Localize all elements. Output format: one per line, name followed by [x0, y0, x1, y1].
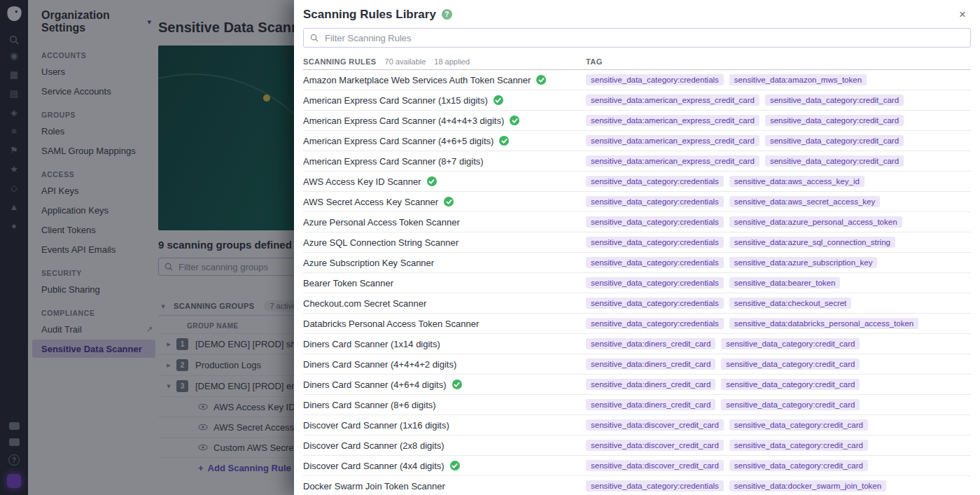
tag-pill[interactable]: sensitive_data_category:credentials: [586, 257, 724, 268]
tag-pill[interactable]: sensitive_data_category:credentials: [586, 216, 724, 228]
tag-pill[interactable]: sensitive_data_category:credentials: [586, 318, 724, 329]
rule-row[interactable]: Databricks Personal Access Token Scanner…: [303, 314, 971, 334]
rule-name: American Express Card Scanner (8+7 digit…: [303, 156, 484, 167]
rule-applied-check-icon: [450, 461, 460, 470]
rule-row[interactable]: Diners Card Scanner (8+6 digits) sensiti…: [303, 395, 971, 415]
tag-pill[interactable]: sensitive_data:amazon_mws_token: [729, 74, 867, 85]
rule-row[interactable]: Azure Personal Access Token Scanner sens…: [303, 212, 971, 232]
tag-pill[interactable]: sensitive_data_category:credentials: [586, 74, 724, 85]
rule-applied-check-icon: [510, 116, 519, 125]
tag-pill[interactable]: sensitive_data:american_express_credit_c…: [586, 135, 760, 146]
tag-pill[interactable]: sensitive_data_category:credit_card: [721, 399, 860, 410]
tag-pill[interactable]: sensitive_data:aws_access_key_id: [729, 176, 864, 187]
rule-tags: sensitive_data_category:credentialssensi…: [586, 318, 971, 329]
help-glyph: ?: [444, 11, 449, 18]
rule-tags: sensitive_data:american_express_credit_c…: [586, 115, 971, 126]
rule-row[interactable]: AWS Access Key ID Scanner sensitive_data…: [303, 172, 971, 192]
help-icon[interactable]: ?: [442, 9, 452, 20]
rule-name: Diners Card Scanner (4+6+4 digits): [303, 379, 447, 390]
tag-pill[interactable]: sensitive_data:azure_personal_access_tok…: [729, 216, 902, 228]
tag-pill[interactable]: sensitive_data:docker_swarm_join_token: [729, 480, 886, 491]
rule-applied-check-icon: [499, 136, 509, 146]
rule-tags: sensitive_data_category:credentialssensi…: [586, 74, 971, 85]
tag-pill[interactable]: sensitive_data_category:credit_card: [721, 379, 860, 390]
tag-pill[interactable]: sensitive_data:discover_credit_card: [586, 460, 724, 471]
tag-pill[interactable]: sensitive_data_category:credit_card: [765, 115, 904, 126]
rule-name: Azure Personal Access Token Scanner: [303, 217, 460, 228]
tag-pill[interactable]: sensitive_data_category:credentials: [586, 196, 724, 207]
rule-row[interactable]: Docker Swarm Join Token Scanner sensitiv…: [303, 476, 971, 495]
rule-row[interactable]: Azure SQL Connection String Scanner sens…: [303, 232, 971, 253]
tag-pill[interactable]: sensitive_data_category:credentials: [586, 298, 724, 309]
rule-row[interactable]: Diners Card Scanner (4+4+4+2 digits) sen…: [303, 354, 971, 375]
rule-tags: sensitive_data_category:credentialssensi…: [586, 216, 971, 228]
applied-count-filter[interactable]: 18 applied: [434, 57, 470, 66]
tag-pill[interactable]: sensitive_data_category:credentials: [586, 277, 724, 288]
rule-row[interactable]: Diners Card Scanner (1x14 digits) sensit…: [303, 334, 971, 354]
rule-tags: sensitive_data:american_express_credit_c…: [586, 135, 971, 146]
rule-tags: sensitive_data:diners_credit_cardsensiti…: [586, 379, 971, 390]
rule-row[interactable]: Checkout.com Secret Scanner sensitive_da…: [303, 293, 971, 314]
tag-pill[interactable]: sensitive_data:databricks_personal_acces…: [729, 318, 918, 329]
rule-row[interactable]: Discover Card Scanner (1x16 digits) sens…: [303, 415, 971, 435]
tag-pill[interactable]: sensitive_data_category:credit_card: [729, 419, 868, 431]
tag-pill[interactable]: sensitive_data:checkout_secret: [729, 298, 851, 309]
rule-row[interactable]: Amazon Marketplace Web Services Auth Tok…: [303, 70, 971, 90]
rule-row[interactable]: American Express Card Scanner (4+6+5 dig…: [303, 131, 971, 151]
rules-search-input[interactable]: [323, 32, 964, 44]
tag-pill[interactable]: sensitive_data:diners_credit_card: [586, 338, 715, 349]
tag-pill[interactable]: sensitive_data:diners_credit_card: [586, 379, 715, 390]
rule-row[interactable]: Azure Subscription Key Scanner sensitive…: [303, 253, 971, 273]
rule-name: Discover Card Scanner (4x4 digits): [303, 461, 444, 471]
rules-column-header: Scanning Rules: [303, 57, 377, 66]
tag-pill[interactable]: sensitive_data:azure_sql_connection_stri…: [729, 237, 895, 248]
rules-table-header: Scanning Rules 70 available 18 applied T…: [303, 53, 971, 70]
rule-row[interactable]: American Express Card Scanner (1x15 digi…: [303, 90, 971, 111]
rules-list: Amazon Marketplace Web Services Auth Tok…: [303, 70, 971, 495]
rule-name: Checkout.com Secret Scanner: [303, 298, 426, 309]
tag-pill[interactable]: sensitive_data:aws_secret_access_key: [729, 196, 880, 207]
rule-row[interactable]: Diners Card Scanner (4+6+4 digits) sensi…: [303, 375, 971, 395]
tag-pill[interactable]: sensitive_data_category:credit_card: [729, 460, 868, 471]
rule-name: Diners Card Scanner (1x14 digits): [303, 339, 440, 349]
rule-tags: sensitive_data:american_express_credit_c…: [586, 155, 971, 167]
rule-tags: sensitive_data_category:credentialssensi…: [586, 257, 971, 268]
rule-row[interactable]: American Express Card Scanner (8+7 digit…: [303, 151, 971, 172]
rule-row[interactable]: Discover Card Scanner (2x8 digits) sensi…: [303, 435, 971, 456]
rule-name: Azure Subscription Key Scanner: [303, 258, 434, 268]
tag-pill[interactable]: sensitive_data_category:credit_card: [765, 95, 904, 106]
tag-pill[interactable]: sensitive_data_category:credit_card: [765, 135, 904, 146]
tag-pill[interactable]: sensitive_data:azure_subscription_key: [729, 257, 878, 268]
screen: ◉▦▤◈≡⚑★◇▲● ? Organization Settings ▾ Acc…: [0, 0, 980, 495]
tag-pill[interactable]: sensitive_data:american_express_credit_c…: [586, 95, 760, 106]
tag-pill[interactable]: sensitive_data_category:credentials: [586, 176, 724, 187]
tag-pill[interactable]: sensitive_data:american_express_credit_c…: [586, 155, 760, 167]
tag-pill[interactable]: sensitive_data_category:credit_card: [729, 440, 868, 451]
tag-pill[interactable]: sensitive_data:diners_credit_card: [586, 399, 715, 410]
tag-pill[interactable]: sensitive_data:diners_credit_card: [586, 358, 715, 370]
tag-pill[interactable]: sensitive_data_category:credit_card: [721, 358, 860, 370]
tag-pill[interactable]: sensitive_data:bearer_token: [729, 277, 841, 288]
rule-name: Discover Card Scanner (2x8 digits): [303, 440, 444, 451]
tag-pill[interactable]: sensitive_data_category:credentials: [586, 237, 724, 248]
rule-row[interactable]: Discover Card Scanner (4x4 digits) sensi…: [303, 456, 971, 476]
modal-title: Scanning Rules Library: [303, 8, 436, 22]
tag-pill[interactable]: sensitive_data:american_express_credit_c…: [586, 115, 760, 126]
rule-name: Diners Card Scanner (4+4+4+2 digits): [303, 359, 456, 370]
tag-pill[interactable]: sensitive_data:discover_credit_card: [586, 419, 724, 431]
rule-name: Azure SQL Connection String Scanner: [303, 237, 458, 248]
tag-pill[interactable]: sensitive_data_category:credit_card: [765, 155, 904, 167]
rule-row[interactable]: Bearer Token Scanner sensitive_data_cate…: [303, 273, 971, 293]
rule-row[interactable]: American Express Card Scanner (4+4+4+3 d…: [303, 111, 971, 131]
rule-name: American Express Card Scanner (4+4+4+3 d…: [303, 116, 504, 126]
close-icon[interactable]: ×: [956, 7, 969, 22]
rule-row[interactable]: AWS Secret Access Key Scanner sensitive_…: [303, 192, 971, 212]
tag-pill[interactable]: sensitive_data:discover_credit_card: [586, 440, 724, 451]
rule-tags: sensitive_data_category:credentialssensi…: [586, 277, 971, 288]
rule-name: American Express Card Scanner (1x15 digi…: [303, 95, 488, 106]
modal-header: Scanning Rules Library ? ×: [294, 0, 980, 27]
rule-name: AWS Secret Access Key Scanner: [303, 197, 438, 207]
tag-pill[interactable]: sensitive_data_category:credit_card: [721, 338, 860, 349]
available-count-filter[interactable]: 70 available: [385, 57, 426, 66]
tag-pill[interactable]: sensitive_data_category:credentials: [586, 480, 724, 491]
